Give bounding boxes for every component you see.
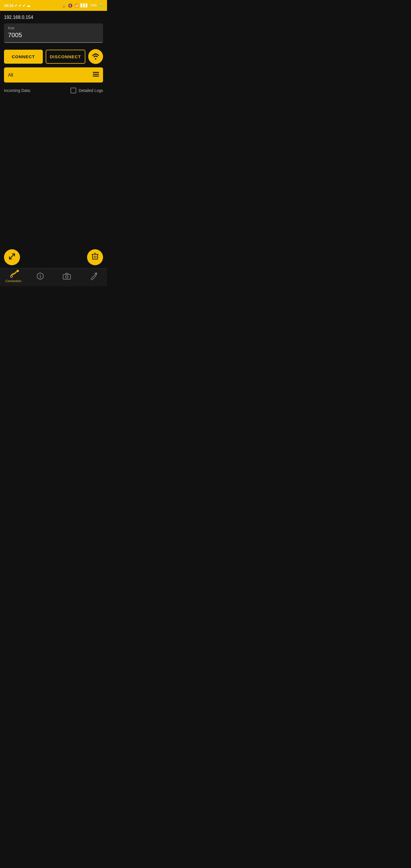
time-display: 10:15 (4, 3, 13, 8)
port-input-container[interactable]: Port 7005 (4, 23, 103, 43)
svg-point-14 (40, 274, 40, 275)
trash-icon (92, 253, 98, 262)
delete-button[interactable] (87, 249, 103, 265)
battery-display: 74% (90, 3, 97, 7)
port-label: Port (8, 26, 99, 30)
nav-label-connection: Connection (5, 279, 22, 283)
disconnect-button[interactable]: DISCONNECT (46, 50, 86, 64)
nav-item-camera[interactable] (54, 273, 81, 281)
check-icon-3 (23, 3, 25, 8)
detailed-logs-label: Detailed Logs (78, 88, 103, 93)
signal-icon: ▋▋▋ (81, 3, 88, 7)
connection-nav-dot (17, 270, 19, 272)
detailed-logs-row[interactable]: Detailed Logs (70, 88, 103, 93)
ip-address: 192.168.0.154 (4, 15, 103, 20)
status-bar: 10:15 🔒 🔇 📶 ▋▋▋ 74% 🔋 (0, 0, 107, 11)
info-nav-icon-wrapper (36, 272, 44, 280)
nav-item-info[interactable] (27, 272, 54, 281)
connection-nav-icon-wrapper (9, 271, 18, 278)
menu-icon (93, 72, 99, 76)
buttons-row: CONNECT DISCONNECT (4, 49, 103, 64)
svg-point-10 (10, 276, 12, 278)
check-icon-1 (14, 3, 18, 8)
svg-point-16 (66, 276, 68, 278)
lock-icon: 🔒 (62, 3, 66, 8)
wrench-icon (90, 272, 98, 280)
expand-icon (8, 253, 16, 262)
svg-rect-5 (92, 254, 98, 259)
svg-point-0 (95, 58, 96, 60)
svg-rect-1 (93, 72, 99, 73)
svg-rect-2 (93, 74, 99, 75)
camera-icon (63, 273, 71, 280)
camera-nav-icon-wrapper (63, 273, 71, 280)
fab-row (0, 245, 107, 268)
svg-rect-15 (63, 274, 70, 279)
wifi-button[interactable] (88, 49, 103, 64)
battery-icon: 🔋 (98, 3, 103, 8)
dropdown-selected: All (8, 72, 13, 78)
connection-icon (9, 271, 18, 278)
svg-point-11 (15, 272, 17, 273)
dropdown-bar[interactable]: All (4, 67, 103, 83)
wifi-icon (92, 53, 100, 61)
dropdown-arrow-icon (93, 72, 99, 78)
svg-rect-3 (93, 76, 99, 76)
bottom-nav: Connection (0, 268, 107, 286)
nav-item-connection[interactable]: Connection (0, 271, 27, 283)
status-bar-left: 10:15 (4, 3, 30, 8)
tools-nav-icon-wrapper (90, 272, 98, 280)
data-area (4, 96, 103, 245)
main-content: 192.168.0.154 Port 7005 CONNECT DISCONNE… (0, 11, 107, 245)
nav-item-tools[interactable] (80, 272, 107, 281)
wifi-status-icon: 📶 (74, 3, 79, 8)
svg-line-4 (9, 254, 14, 259)
check-icon-2 (19, 3, 22, 8)
incoming-section: Incoming Data: Detailed Logs (4, 88, 103, 93)
connect-button[interactable]: CONNECT (4, 50, 43, 64)
incoming-data-label: Incoming Data: (4, 88, 31, 93)
expand-button[interactable] (4, 249, 20, 265)
port-value[interactable]: 7005 (8, 31, 99, 39)
info-icon (36, 272, 44, 280)
mute-icon: 🔇 (68, 3, 72, 8)
detailed-logs-checkbox[interactable] (70, 88, 76, 93)
status-bar-right: 🔒 🔇 📶 ▋▋▋ 74% 🔋 (62, 3, 103, 8)
cloud-icon (27, 3, 30, 8)
